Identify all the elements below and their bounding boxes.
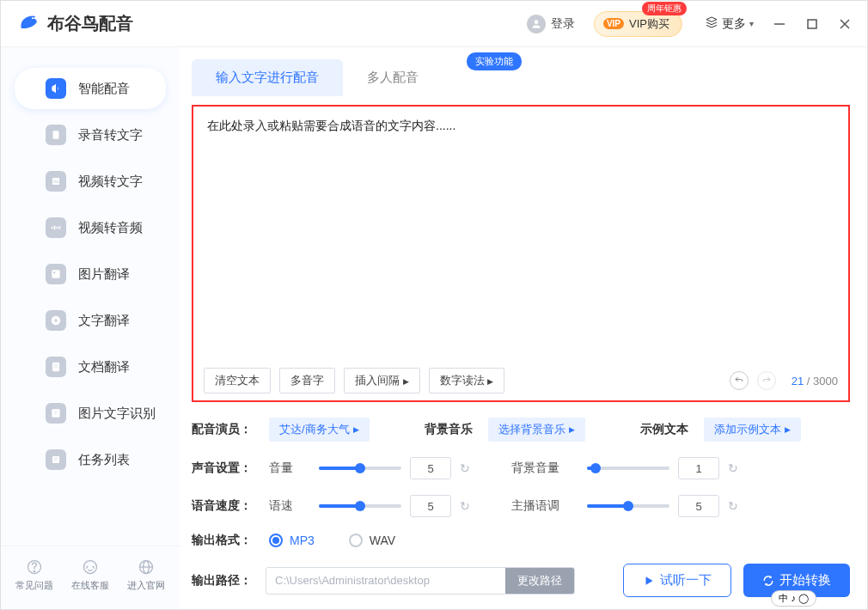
svg-rect-3	[808, 20, 816, 28]
preview-button[interactable]: 试听一下	[623, 564, 731, 597]
sidebar-icon	[46, 310, 66, 331]
sidebar-icon	[46, 357, 66, 377]
sidebar-label: 文档翻译	[78, 359, 130, 375]
tone-value[interactable]: 5	[678, 495, 719, 517]
sidebar-item-5[interactable]: 文字翻译	[15, 300, 166, 341]
polyphone-button[interactable]: 多音字	[279, 368, 335, 393]
vip-badge-icon: VIP	[603, 18, 624, 29]
svg-rect-10	[54, 226, 56, 230]
radio-label: WAV	[370, 534, 395, 547]
volume-slider[interactable]	[319, 467, 401, 470]
triangle-right-icon: ▶	[403, 377, 409, 386]
bg-music-select[interactable]: 选择背景音乐 ▶	[488, 418, 585, 442]
svg-text:Aa: Aa	[53, 179, 59, 184]
footer-item-0[interactable]: 常见问题	[15, 558, 53, 592]
svg-rect-21	[52, 456, 59, 463]
tab-1[interactable]: 多人配音	[343, 59, 443, 96]
svg-rect-13	[52, 270, 59, 278]
logo: 布谷鸟配音	[16, 10, 133, 38]
titlebar: 布谷鸟配音 登录 VIP VIP购买 周年钜惠 更多 ▾	[1, 1, 867, 47]
sidebar-icon: Aa	[46, 171, 66, 192]
bg-volume-slider[interactable]	[587, 467, 669, 470]
footer-label: 进入官网	[127, 579, 165, 592]
sidebar-label: 视频转文字	[78, 174, 143, 190]
output-path-text: C:\Users\Administrator\desktop	[266, 568, 505, 594]
radio-icon	[269, 534, 283, 547]
rate-value[interactable]: 5	[410, 495, 451, 517]
sidebar-item-8[interactable]: 任务列表	[15, 439, 166, 480]
output-path-label: 输出路径：	[192, 573, 254, 589]
maximize-button[interactable]	[805, 17, 819, 31]
footer-item-1[interactable]: 在线客服	[71, 558, 109, 592]
triangle-right-icon: ▶	[785, 425, 791, 434]
output-path-input[interactable]: C:\Users\Administrator\desktop 更改路径	[266, 567, 575, 595]
login-label: 登录	[551, 16, 575, 32]
bg-volume-reset-icon[interactable]: ↻	[728, 461, 738, 475]
radio-icon	[349, 534, 363, 547]
speed-settings-label: 语音速度：	[192, 498, 254, 514]
sidebar-item-6[interactable]: 文档翻译	[15, 346, 166, 387]
sidebar-item-0[interactable]: 智能配音	[15, 68, 166, 109]
bg-volume-label: 背景音量	[511, 461, 572, 476]
sidebar-label: 图片翻译	[78, 266, 130, 283]
main-panel: 输入文字进行配音多人配音 实验功能 在此处录入或粘贴需要合成语音的文字内容...…	[180, 47, 867, 609]
promo-tag: 周年钜惠	[642, 2, 687, 15]
sidebar-label: 智能配音	[78, 81, 130, 97]
redo-button[interactable]	[757, 371, 776, 390]
play-icon	[643, 575, 655, 587]
editor-box: 在此处录入或粘贴需要合成语音的文字内容...... 清空文本 多音字 插入间隔 …	[192, 105, 850, 402]
more-button[interactable]: 更多 ▾	[705, 15, 754, 33]
vip-button[interactable]: VIP VIP购买 周年钜惠	[594, 11, 682, 37]
insert-pause-button[interactable]: 插入间隔 ▶	[344, 368, 420, 393]
footer-item-2[interactable]: 进入官网	[127, 558, 165, 592]
refresh-icon	[762, 575, 774, 587]
sidebar-icon	[46, 449, 66, 470]
voice-actor-select[interactable]: 艾达/商务大气 ▶	[269, 418, 370, 442]
sidebar-item-3[interactable]: 视频转音频	[15, 207, 166, 248]
tone-label: 主播语调	[511, 498, 572, 514]
volume-reset-icon[interactable]: ↻	[460, 461, 470, 475]
volume-value[interactable]: 5	[410, 457, 451, 479]
rate-reset-icon[interactable]: ↻	[460, 499, 470, 513]
undo-button[interactable]	[730, 371, 749, 390]
close-button[interactable]	[838, 17, 852, 31]
svg-point-26	[83, 561, 96, 574]
tone-slider[interactable]	[587, 504, 669, 508]
sidebar-item-4[interactable]: 图片翻译	[15, 253, 166, 295]
svg-rect-12	[59, 226, 61, 229]
chevron-down-icon: ▾	[749, 19, 754, 28]
number-reading-button[interactable]: 数字读法 ▶	[429, 368, 505, 393]
stack-icon	[705, 15, 718, 33]
sample-text-select[interactable]: 添加示例文本 ▶	[704, 418, 801, 442]
svg-point-1	[535, 20, 539, 24]
bg-volume-value[interactable]: 1	[678, 457, 719, 479]
change-path-button[interactable]: 更改路径	[505, 568, 574, 594]
radio-label: MP3	[290, 534, 315, 547]
char-count: 21 / 3000	[792, 375, 838, 387]
sidebar-icon	[46, 125, 66, 145]
sidebar-icon: T	[46, 403, 66, 424]
tone-reset-icon[interactable]: ↻	[728, 499, 738, 513]
svg-point-14	[53, 271, 55, 273]
format-radio-mp3[interactable]: MP3	[269, 534, 315, 547]
login-button[interactable]: 登录	[527, 15, 575, 34]
minimize-button[interactable]	[773, 17, 786, 31]
vip-label: VIP购买	[629, 16, 669, 32]
sidebar: 智能配音录音转文字Aa视频转文字视频转音频图片翻译文字翻译文档翻译T图片文字识别…	[1, 47, 180, 609]
rate-slider[interactable]	[319, 504, 401, 508]
ime-indicator: 中 ♪ ◯	[771, 590, 816, 607]
sample-text-label: 示例文本	[640, 422, 688, 437]
sidebar-item-7[interactable]: T图片文字识别	[15, 393, 166, 434]
sidebar-label: 文字翻译	[78, 313, 130, 329]
sidebar-item-1[interactable]: 录音转文字	[15, 114, 166, 156]
tab-0[interactable]: 输入文字进行配音	[192, 59, 343, 96]
sidebar-item-2[interactable]: Aa视频转文字	[15, 161, 166, 202]
svg-rect-6	[53, 131, 59, 138]
bird-logo-icon	[16, 10, 40, 38]
format-radio-wav[interactable]: WAV	[349, 534, 395, 547]
svg-point-0	[32, 17, 34, 19]
sidebar-label: 任务列表	[78, 452, 130, 468]
clear-text-button[interactable]: 清空文本	[204, 368, 271, 393]
more-label: 更多	[722, 16, 746, 32]
text-editor[interactable]: 在此处录入或粘贴需要合成语音的文字内容......	[193, 107, 848, 361]
